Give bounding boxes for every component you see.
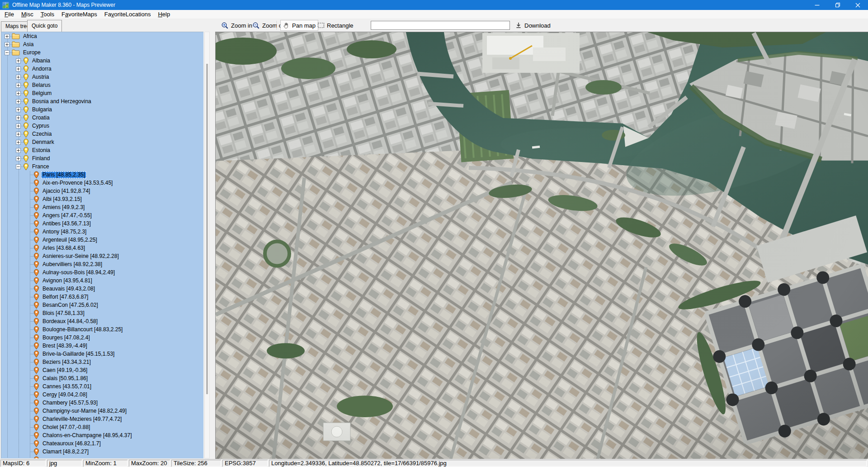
tree-item-bulgaria[interactable]: Bulgaria [1,105,203,114]
zoom-in-button[interactable]: Zoom in [219,20,255,31]
tree-item-chambery-45-57-5-93[interactable]: Chambery [45.57,5.93] [1,399,203,407]
tree-item-clamart-48-8-2-27[interactable]: Clamart [48.8,2.27] [1,448,203,456]
tree-item-denmark[interactable]: Denmark [1,138,203,146]
tree-connector [30,297,35,297]
tree-item-chateauroux-46-82-1-7[interactable]: Chateauroux [46.82,1.7] [1,439,203,448]
tree-connector [30,224,35,224]
tree-item-antibes-43-56-7-13[interactable]: Antibes [43.56,7.13] [1,219,203,228]
tree-item-aix-en-provence-43-53-5-45[interactable]: Aix-en-Provence [43.53,5.45] [1,179,203,187]
goto-input[interactable] [371,21,510,30]
dashed-rectangle-icon [317,22,325,29]
tree-item-belarus[interactable]: Belarus [1,81,203,89]
tree-item-brest-48-39-4-49[interactable]: Brest [48.39,-4.49] [1,342,203,350]
restore-icon [835,2,840,8]
tree-scrollbar[interactable] [204,32,210,458]
tree-item-africa[interactable]: Africa [1,32,203,40]
pan-map-button[interactable]: Pan map [280,20,318,31]
tree-item-estonia[interactable]: Estonia [1,146,203,154]
menu-item-file[interactable]: File [1,10,18,19]
tree-item-ajaccio-41-92-8-74[interactable]: Ajaccio [41.92,8.74] [1,187,203,195]
tree-connector [30,207,35,208]
tree-item-caen-49-19-0-36[interactable]: Caen [49.19,-0.36] [1,366,203,374]
menu-item-tools[interactable]: Tools [37,10,58,19]
tree-connector [30,272,35,273]
tree-item-cholet-47-07-0-88[interactable]: Cholet [47.07,-0.88] [1,423,203,431]
tree-item-cergy-49-04-2-08[interactable]: Cergy [49.04,2.08] [1,391,203,399]
tree-item-aubervilliers-48-92-2-38[interactable]: Aubervilliers [48.92,2.38] [1,260,203,268]
status-segment-6: Longitude=2.349336, Latitude=48.850272, … [269,460,867,467]
tree-item-label: Brest [48.39,-4.49] [41,343,89,349]
tree-item-angers-47-47-0-55[interactable]: Angers [47.47,-0.55] [1,211,203,219]
tree-item-andorra[interactable]: Andorra [1,65,203,73]
rectangle-label: Rectangle [327,22,354,29]
tree-item-beziers-43-34-3-21[interactable]: Beziers [43.34,3.21] [1,358,203,366]
tree-item-blois-47-58-1-33[interactable]: Blois [47.58,1.33] [1,309,203,317]
menu-item-favoritelocations[interactable]: FavoriteLocations [101,10,155,19]
satellite-map-image[interactable] [216,32,868,459]
tree-item-champigny-sur-marne-48-82-2-49[interactable]: Champigny-sur-Marne [48.82,2.49] [1,407,203,415]
tree-item-paris-48-85-2-35[interactable]: Paris [48.85,2.35] [1,171,203,179]
tree-connector [19,77,24,77]
pin-yellow-icon [23,114,29,122]
map-viewport[interactable] [215,32,868,459]
download-arrow-icon [515,22,522,29]
tree-connector [30,313,35,314]
tree-item-antony-48-75-2-3[interactable]: Antony [48.75,2.3] [1,228,203,236]
tree-connector [30,452,35,452]
status-segment-5: EPSG:3857 [222,460,268,467]
tree-item-chalons-en-champagne-48-95-4-37[interactable]: Chalons-en-Champagne [48.95,4.37] [1,431,203,439]
folder-icon [12,49,20,56]
tree-item-croatia[interactable]: Croatia [1,114,203,122]
tree-connector [30,191,35,191]
tree-item-boulogne-billancourt-48-83-2-25[interactable]: Boulogne-Billancourt [48.83,2.25] [1,325,203,334]
tree-item-belfort-47-63-6-87[interactable]: Belfort [47.63,6.87] [1,293,203,301]
tree-item-label: Chambery [45.57,5.93] [41,400,99,406]
tree-item-bourges-47-08-2-4[interactable]: Bourges [47.08,2.4] [1,334,203,342]
tree-connector [19,142,24,143]
tree-item-charleville-mezieres-49-77-4-72[interactable]: Charleville-Mezieres [49.77,4.72] [1,415,203,423]
tree-item-brive-la-gaillarde-45-15-1-53[interactable]: Brive-la-Gaillarde [45.15,1.53] [1,350,203,358]
tree-item-asnieres-sur-seine-48-92-2-28[interactable]: Asnieres-sur-Seine [48.92,2.28] [1,252,203,260]
tree-item-austria[interactable]: Austria [1,73,203,81]
tree-item-beauvais-49-43-2-08[interactable]: Beauvais [49.43,2.08] [1,285,203,293]
tree-item-label: France [31,163,50,170]
tree-connector [30,321,35,322]
tree-item-cyprus[interactable]: Cyprus [1,122,203,130]
menu-item-misc[interactable]: Misc [18,10,37,19]
menu-item-favoritemaps[interactable]: FavoriteMaps [58,10,101,19]
tree-item-albania[interactable]: Albania [1,57,203,65]
folder-icon [12,41,20,48]
tree-item-label: Antony [48.75,2.3] [41,229,88,235]
tab-quick-goto[interactable]: Quick goto [27,20,62,32]
tree-item-czechia[interactable]: Czechia [1,130,203,138]
tree-item-asia[interactable]: Asia [1,40,203,48]
tree-item-cannes-43-55-7-01[interactable]: Cannes [43.55,7.01] [1,382,203,391]
tree-item-calais-50-95-1-86[interactable]: Calais [50.95,1.86] [1,374,203,382]
tree-item-europe[interactable]: Europe [1,48,203,57]
tree-item-aulnay-sous-bois-48-94-2-49[interactable]: Aulnay-sous-Bois [48.94,2.49] [1,268,203,276]
tree-item-arles-43-68-4-63[interactable]: Arles [43.68,4.63] [1,244,203,252]
pin-orange-icon [33,456,39,459]
tree-item-partial[interactable] [1,456,203,458]
close-button[interactable] [848,0,868,10]
minimize-button[interactable] [807,0,827,10]
tree-item-finland[interactable]: Finland [1,154,203,162]
pin-yellow-icon [23,90,29,97]
download-button[interactable]: Download [513,20,553,31]
tree-item-amiens-49-9-2-3[interactable]: Amiens [49.9,2.3] [1,203,203,211]
tree-item-albi-43-93-2-15[interactable]: Albi [43.93,2.15] [1,195,203,203]
tree-item-label: Aubervilliers [48.92,2.38] [41,261,104,268]
tree-item-bordeaux-44-84-0-58[interactable]: Bordeaux [44.84,-0.58] [1,317,203,325]
tree-item-avignon-43-95-4-81[interactable]: Avignon [43.95,4.81] [1,276,203,285]
tab-strip: Maps treeQuick goto [0,19,215,32]
tree-connector [19,150,24,151]
tree-item-france[interactable]: France [1,162,203,171]
tree-item-belgium[interactable]: Belgium [1,89,203,97]
tree-scrollbar-thumb[interactable] [206,64,208,394]
restore-button[interactable] [827,0,848,10]
menu-item-help[interactable]: Help [154,10,174,19]
tree-item-argenteuil-48-95-2-25[interactable]: Argenteuil [48.95,2.25] [1,236,203,244]
tree-item-besancon-47-25-6-02[interactable]: BesanCon [47.25,6.02] [1,301,203,309]
tree-item-bosnia-and-herzegovina[interactable]: Bosnia and Herzegovina [1,97,203,105]
rectangle-button[interactable]: Rectangle [315,20,356,31]
